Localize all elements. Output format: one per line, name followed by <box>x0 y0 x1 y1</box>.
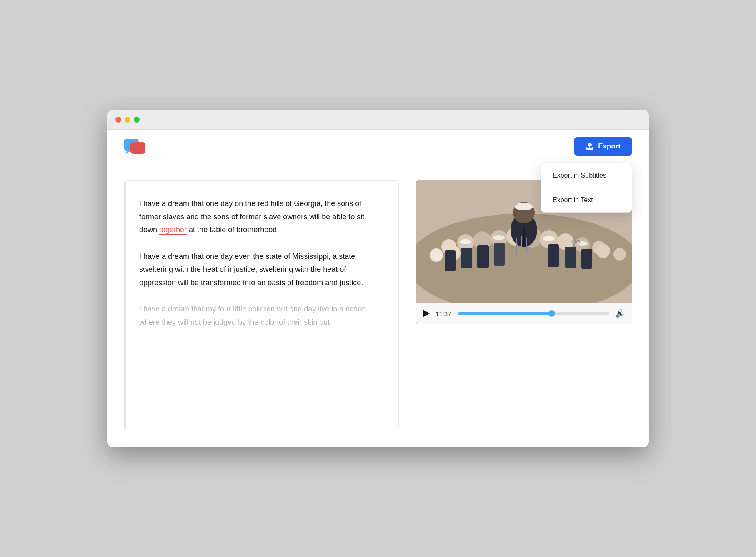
volume-icon[interactable]: 🔊 <box>616 309 625 318</box>
video-timestamp: 11:37 <box>436 310 452 317</box>
svg-rect-35 <box>548 244 559 267</box>
app-window: Export Export in Subtitles Export in Tex… <box>107 110 649 447</box>
close-button[interactable] <box>115 117 121 123</box>
transcript-text: I have a dream that one day on the red h… <box>139 197 383 329</box>
svg-rect-26 <box>526 238 527 253</box>
play-button[interactable] <box>423 310 430 317</box>
export-button[interactable]: Export <box>574 137 632 156</box>
svg-marker-1 <box>125 151 131 154</box>
transcript-paragraph-1: I have a dream that one day on the red h… <box>139 197 383 237</box>
svg-point-41 <box>543 236 555 241</box>
svg-point-30 <box>613 248 626 261</box>
header: Export Export in Subtitles Export in Tex… <box>107 130 649 163</box>
progress-fill <box>458 312 552 315</box>
export-icon <box>586 142 594 151</box>
transcript-left-bar <box>124 181 126 430</box>
svg-rect-25 <box>521 236 522 251</box>
svg-rect-37 <box>581 249 592 269</box>
svg-rect-23 <box>517 203 531 210</box>
svg-rect-33 <box>477 245 489 268</box>
maximize-button[interactable] <box>134 117 140 123</box>
svg-rect-32 <box>461 248 472 268</box>
highlighted-word-together: together <box>159 226 187 235</box>
progress-thumb <box>548 310 555 317</box>
transcript-paragraph-2: I have a dream that one day even the sta… <box>139 250 383 290</box>
export-button-label: Export <box>598 142 621 151</box>
app-content: Export Export in Subtitles Export in Tex… <box>107 130 649 447</box>
paragraph-2-text: I have a dream that one day even the sta… <box>139 252 363 287</box>
minimize-button[interactable] <box>125 117 130 123</box>
transcript-paragraph-3: I have a dream that my four little child… <box>139 303 383 329</box>
svg-point-39 <box>460 239 471 244</box>
svg-point-40 <box>493 235 505 240</box>
svg-rect-24 <box>516 238 517 255</box>
export-dropdown: Export in Subtitles Export in Text <box>541 163 632 213</box>
svg-rect-4 <box>587 148 593 149</box>
titlebar <box>107 110 649 130</box>
paragraph-1-after: at the table of brotherhood. <box>187 226 279 234</box>
export-subtitles-option[interactable]: Export in Subtitles <box>541 163 632 188</box>
logo-icon <box>124 137 147 156</box>
svg-rect-2 <box>130 142 145 154</box>
logo <box>124 137 147 156</box>
progress-bar[interactable] <box>458 312 610 315</box>
svg-rect-31 <box>445 250 456 271</box>
export-text-option[interactable]: Export in Text <box>541 188 632 212</box>
paragraph-3-text: I have a dream that my four little child… <box>139 305 366 326</box>
svg-point-29 <box>596 244 610 258</box>
svg-rect-34 <box>494 243 505 266</box>
video-controls: 11:37 🔊 <box>416 303 632 324</box>
traffic-lights <box>115 117 140 123</box>
video-panel: 11:37 🔊 <box>416 180 632 430</box>
svg-point-27 <box>430 248 443 262</box>
transcript-panel: I have a dream that one day on the red h… <box>124 180 399 430</box>
svg-rect-36 <box>565 247 576 268</box>
